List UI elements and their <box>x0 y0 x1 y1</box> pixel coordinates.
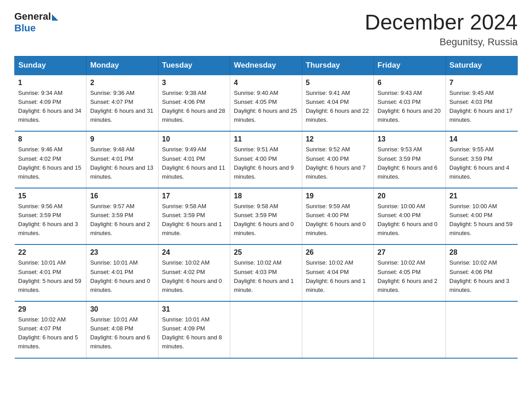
day-number: 18 <box>234 192 298 200</box>
day-number: 11 <box>234 135 298 143</box>
calendar-cell: 9Sunrise: 9:48 AMSunset: 4:01 PMDaylight… <box>86 131 158 188</box>
calendar-cell: 3Sunrise: 9:38 AMSunset: 4:06 PMDaylight… <box>158 75 230 132</box>
day-info: Sunrise: 9:57 AMSunset: 3:59 PMDaylight:… <box>90 202 154 238</box>
page-header: General Blue December 2024 Begunitsy, Ru… <box>14 11 518 48</box>
day-info: Sunrise: 9:36 AMSunset: 4:07 PMDaylight:… <box>90 89 154 125</box>
day-number: 5 <box>306 79 370 87</box>
calendar-body: 1Sunrise: 9:34 AMSunset: 4:09 PMDaylight… <box>15 75 518 358</box>
calendar-cell: 6Sunrise: 9:43 AMSunset: 4:03 PMDaylight… <box>374 75 446 132</box>
calendar-cell <box>302 301 373 358</box>
calendar-week-3: 15Sunrise: 9:56 AMSunset: 3:59 PMDayligh… <box>15 188 518 245</box>
calendar-cell: 10Sunrise: 9:49 AMSunset: 4:01 PMDayligh… <box>158 131 230 188</box>
day-info: Sunrise: 9:45 AMSunset: 4:03 PMDaylight:… <box>450 89 514 125</box>
day-number: 2 <box>90 79 154 87</box>
day-info: Sunrise: 9:51 AMSunset: 4:00 PMDaylight:… <box>234 145 298 181</box>
calendar-cell: 20Sunrise: 10:00 AMSunset: 4:00 PMDaylig… <box>374 188 446 245</box>
calendar-cell: 4Sunrise: 9:40 AMSunset: 4:05 PMDaylight… <box>230 75 302 132</box>
col-monday: Monday <box>86 56 158 75</box>
day-number: 14 <box>450 135 514 143</box>
calendar-cell: 28Sunrise: 10:02 AMSunset: 4:06 PMDaylig… <box>446 244 517 301</box>
day-info: Sunrise: 9:43 AMSunset: 4:03 PMDaylight:… <box>378 89 442 125</box>
calendar-cell: 13Sunrise: 9:53 AMSunset: 3:59 PMDayligh… <box>374 131 446 188</box>
calendar-cell: 31Sunrise: 10:01 AMSunset: 4:09 PMDaylig… <box>158 301 230 358</box>
col-sunday: Sunday <box>15 56 86 75</box>
calendar-cell: 26Sunrise: 10:02 AMSunset: 4:04 PMDaylig… <box>302 244 373 301</box>
calendar-cell: 29Sunrise: 10:02 AMSunset: 4:07 PMDaylig… <box>15 301 86 358</box>
day-number: 26 <box>306 248 370 257</box>
col-tuesday: Tuesday <box>158 56 230 75</box>
day-number: 30 <box>90 305 154 313</box>
day-number: 20 <box>378 192 442 200</box>
calendar-week-5: 29Sunrise: 10:02 AMSunset: 4:07 PMDaylig… <box>15 301 518 358</box>
day-info: Sunrise: 9:58 AMSunset: 3:59 PMDaylight:… <box>162 202 226 238</box>
col-thursday: Thursday <box>302 56 373 75</box>
calendar-cell: 12Sunrise: 9:52 AMSunset: 4:00 PMDayligh… <box>302 131 373 188</box>
calendar-cell: 18Sunrise: 9:58 AMSunset: 3:59 PMDayligh… <box>230 188 302 245</box>
day-number: 29 <box>18 305 83 313</box>
calendar-week-1: 1Sunrise: 9:34 AMSunset: 4:09 PMDaylight… <box>15 75 518 132</box>
day-number: 3 <box>162 79 226 87</box>
calendar-cell <box>446 301 517 358</box>
calendar-cell: 30Sunrise: 10:01 AMSunset: 4:08 PMDaylig… <box>86 301 158 358</box>
calendar-cell <box>230 301 302 358</box>
day-number: 27 <box>378 248 442 257</box>
calendar-cell: 14Sunrise: 9:55 AMSunset: 3:59 PMDayligh… <box>446 131 517 188</box>
col-wednesday: Wednesday <box>230 56 302 75</box>
calendar-cell: 5Sunrise: 9:41 AMSunset: 4:04 PMDaylight… <box>302 75 373 132</box>
col-friday: Friday <box>374 56 446 75</box>
day-number: 28 <box>450 248 514 257</box>
day-number: 16 <box>90 192 154 200</box>
calendar-cell: 17Sunrise: 9:58 AMSunset: 3:59 PMDayligh… <box>158 188 230 245</box>
day-number: 23 <box>90 248 154 257</box>
day-info: Sunrise: 9:38 AMSunset: 4:06 PMDaylight:… <box>162 89 226 125</box>
day-info: Sunrise: 10:00 AMSunset: 4:00 PMDaylight… <box>450 202 514 238</box>
calendar-cell: 8Sunrise: 9:46 AMSunset: 4:02 PMDaylight… <box>15 131 86 188</box>
logo-general: General <box>14 11 51 22</box>
day-info: Sunrise: 9:56 AMSunset: 3:59 PMDaylight:… <box>18 202 83 238</box>
day-number: 7 <box>450 79 514 87</box>
day-info: Sunrise: 9:41 AMSunset: 4:04 PMDaylight:… <box>306 89 370 125</box>
day-number: 17 <box>162 192 226 200</box>
day-info: Sunrise: 9:52 AMSunset: 4:00 PMDaylight:… <box>306 145 370 181</box>
calendar-cell: 22Sunrise: 10:01 AMSunset: 4:01 PMDaylig… <box>15 244 86 301</box>
calendar-table: Sunday Monday Tuesday Wednesday Thursday… <box>14 56 518 359</box>
calendar-cell: 1Sunrise: 9:34 AMSunset: 4:09 PMDaylight… <box>15 75 86 132</box>
day-number: 9 <box>90 135 154 143</box>
day-info: Sunrise: 9:53 AMSunset: 3:59 PMDaylight:… <box>378 145 442 181</box>
day-info: Sunrise: 9:48 AMSunset: 4:01 PMDaylight:… <box>90 145 154 181</box>
day-info: Sunrise: 10:02 AMSunset: 4:07 PMDaylight… <box>18 315 83 351</box>
day-info: Sunrise: 10:02 AMSunset: 4:05 PMDaylight… <box>378 258 442 295</box>
day-number: 19 <box>306 192 370 200</box>
calendar-cell: 24Sunrise: 10:02 AMSunset: 4:02 PMDaylig… <box>158 244 230 301</box>
day-number: 4 <box>234 79 298 87</box>
location-title: Begunitsy, Russia <box>365 36 518 48</box>
calendar-cell: 15Sunrise: 9:56 AMSunset: 3:59 PMDayligh… <box>15 188 86 245</box>
calendar-cell: 21Sunrise: 10:00 AMSunset: 4:00 PMDaylig… <box>446 188 517 245</box>
calendar-cell: 16Sunrise: 9:57 AMSunset: 3:59 PMDayligh… <box>86 188 158 245</box>
calendar-header: Sunday Monday Tuesday Wednesday Thursday… <box>15 56 518 75</box>
title-block: December 2024 Begunitsy, Russia <box>365 11 518 48</box>
day-number: 10 <box>162 135 226 143</box>
day-info: Sunrise: 9:59 AMSunset: 4:00 PMDaylight:… <box>306 202 370 238</box>
day-number: 12 <box>306 135 370 143</box>
day-number: 8 <box>18 135 83 143</box>
day-number: 15 <box>18 192 83 200</box>
calendar-cell: 25Sunrise: 10:02 AMSunset: 4:03 PMDaylig… <box>230 244 302 301</box>
day-info: Sunrise: 10:01 AMSunset: 4:01 PMDaylight… <box>90 258 154 295</box>
month-title: December 2024 <box>365 11 518 34</box>
day-number: 22 <box>18 248 83 257</box>
day-info: Sunrise: 9:49 AMSunset: 4:01 PMDaylight:… <box>162 145 226 181</box>
day-info: Sunrise: 10:02 AMSunset: 4:06 PMDaylight… <box>450 258 514 295</box>
col-saturday: Saturday <box>446 56 517 75</box>
calendar-cell: 2Sunrise: 9:36 AMSunset: 4:07 PMDaylight… <box>86 75 158 132</box>
day-number: 6 <box>378 79 442 87</box>
calendar-cell: 7Sunrise: 9:45 AMSunset: 4:03 PMDaylight… <box>446 75 517 132</box>
day-number: 21 <box>450 192 514 200</box>
calendar-cell: 19Sunrise: 9:59 AMSunset: 4:00 PMDayligh… <box>302 188 373 245</box>
day-number: 1 <box>18 79 83 87</box>
day-info: Sunrise: 10:02 AMSunset: 4:04 PMDaylight… <box>306 258 370 295</box>
calendar-cell: 11Sunrise: 9:51 AMSunset: 4:00 PMDayligh… <box>230 131 302 188</box>
day-info: Sunrise: 10:01 AMSunset: 4:01 PMDaylight… <box>18 258 83 295</box>
calendar-cell: 27Sunrise: 10:02 AMSunset: 4:05 PMDaylig… <box>374 244 446 301</box>
logo-blue: Blue <box>14 22 58 34</box>
